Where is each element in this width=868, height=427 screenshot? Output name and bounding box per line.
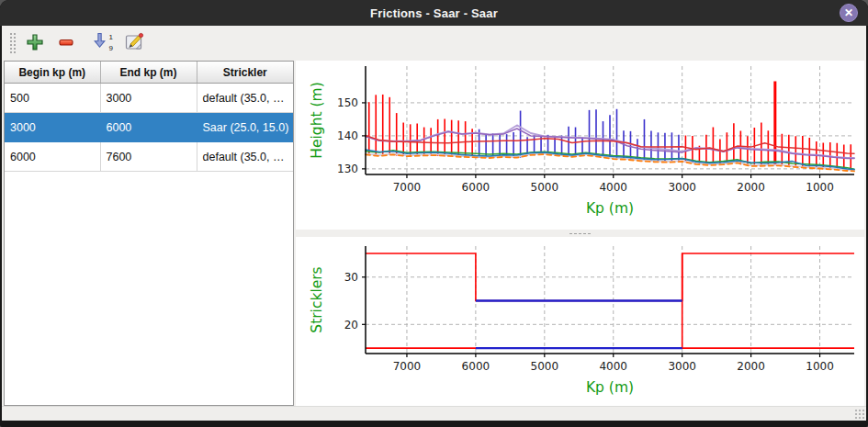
frictions-table-panel: Begin kp (m) End kp (m) Strickler 500300… <box>4 61 294 406</box>
svg-text:6000: 6000 <box>462 181 490 194</box>
table-cell[interactable]: default (35.0, … <box>197 142 293 172</box>
minus-icon <box>56 32 76 52</box>
toolbar-drag-handle[interactable] <box>8 31 16 53</box>
add-row-button[interactable] <box>23 30 47 54</box>
svg-text:1000: 1000 <box>806 360 834 373</box>
column-header-begin-kp[interactable]: Begin kp (m) <box>5 62 100 84</box>
title-bar[interactable]: Frictions - Saar - Saar ✕ <box>0 0 868 26</box>
svg-text:140: 140 <box>337 129 358 142</box>
charts-splitter[interactable] <box>296 230 864 237</box>
main-area: Begin kp (m) End kp (m) Strickler 500300… <box>2 59 866 407</box>
stricklers-chart-card: 70006000500040003000200010002030Kp (m)St… <box>296 237 864 406</box>
table-header-row: Begin kp (m) End kp (m) Strickler <box>5 62 293 84</box>
window-content: 1 9 Begin <box>2 26 866 421</box>
frictions-window: Frictions - Saar - Saar ✕ <box>0 0 868 427</box>
svg-text:Kp (m): Kp (m) <box>586 200 634 217</box>
svg-text:30: 30 <box>344 271 358 284</box>
edit-pencil-icon <box>123 31 145 53</box>
svg-text:6000: 6000 <box>462 360 490 373</box>
table-row[interactable]: 30006000Saar (25.0, 15.0) <box>5 113 293 142</box>
svg-text:4000: 4000 <box>599 360 627 373</box>
frictions-table-body: 5003000default (35.0, …30006000Saar (25.… <box>5 84 293 172</box>
svg-text:5000: 5000 <box>531 360 559 373</box>
svg-text:2000: 2000 <box>737 181 765 194</box>
plus-icon <box>25 32 45 52</box>
close-icon: ✕ <box>844 6 853 19</box>
table-cell[interactable]: 7600 <box>100 142 197 172</box>
svg-text:Stricklers: Stricklers <box>309 266 325 332</box>
svg-text:3000: 3000 <box>668 360 696 373</box>
charts-panel: 7000600050004000300020001000130140150Kp … <box>296 59 864 406</box>
sort-rows-button[interactable]: 1 9 <box>93 30 117 54</box>
table-cell[interactable]: Saar (25.0, 15.0) <box>197 113 293 142</box>
remove-row-button[interactable] <box>54 30 78 54</box>
stricklers-chart: 70006000500040003000200010002030Kp (m)St… <box>296 237 864 407</box>
sort-numeric-icon: 1 9 <box>94 31 116 53</box>
svg-text:20: 20 <box>344 319 358 331</box>
table-row[interactable]: 5003000default (35.0, … <box>5 84 293 113</box>
table-cell[interactable]: default (35.0, … <box>197 84 293 113</box>
svg-text:9: 9 <box>109 44 114 52</box>
splitter-handle-icon <box>569 232 592 235</box>
svg-text:2000: 2000 <box>737 360 765 373</box>
svg-text:4000: 4000 <box>599 181 627 194</box>
svg-text:5000: 5000 <box>531 181 559 194</box>
column-header-strickler[interactable]: Strickler <box>197 62 293 84</box>
svg-text:1: 1 <box>109 33 114 41</box>
svg-text:130: 130 <box>337 163 358 175</box>
height-profile-chart: 7000600050004000300020001000130140150Kp … <box>296 61 864 230</box>
svg-text:3000: 3000 <box>668 181 696 194</box>
resize-grip[interactable] <box>854 409 864 419</box>
svg-text:150: 150 <box>337 96 358 109</box>
table-row[interactable]: 60007600default (35.0, … <box>5 142 293 172</box>
status-bar <box>2 406 866 421</box>
svg-text:Height (m): Height (m) <box>309 82 325 158</box>
table-cell[interactable]: 6000 <box>5 142 100 172</box>
svg-text:7000: 7000 <box>393 181 422 194</box>
svg-text:Kp (m): Kp (m) <box>586 379 634 396</box>
close-button[interactable]: ✕ <box>840 4 858 22</box>
frictions-table: Begin kp (m) End kp (m) Strickler 500300… <box>5 62 293 172</box>
table-cell[interactable]: 3000 <box>100 84 197 113</box>
table-cell[interactable]: 6000 <box>100 113 197 142</box>
edit-friction-button[interactable] <box>122 30 146 54</box>
svg-text:1000: 1000 <box>806 181 834 194</box>
table-cell[interactable]: 500 <box>5 84 100 113</box>
window-title: Frictions - Saar - Saar <box>370 6 498 20</box>
toolbar: 1 9 <box>2 26 866 59</box>
height-chart-card: 7000600050004000300020001000130140150Kp … <box>296 61 864 230</box>
table-cell[interactable]: 3000 <box>5 113 100 142</box>
column-header-end-kp[interactable]: End kp (m) <box>100 62 197 84</box>
svg-text:7000: 7000 <box>393 360 422 373</box>
